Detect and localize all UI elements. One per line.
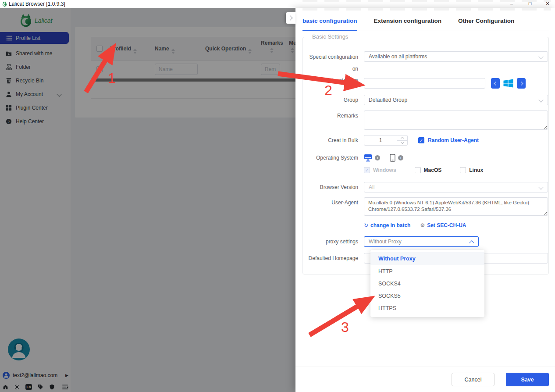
field-user-agent: User-Agent Mozilla/5.0 (Windows NT 6.1) …: [302, 197, 548, 217]
basic-settings-legend: Basic Settings: [309, 33, 352, 40]
save-button[interactable]: Save: [506, 373, 549, 386]
profile-config-panel: basic configuration Extension configurat…: [295, 8, 555, 392]
platform-select[interactable]: Available on all platforms: [364, 51, 548, 62]
close-button[interactable]: ✕: [541, 0, 554, 8]
refresh-icon: ↻: [364, 222, 368, 228]
field-browser-version: Browser Version All: [302, 182, 548, 192]
stepper-down-button[interactable]: [397, 141, 407, 146]
field-label: Group: [302, 95, 364, 105]
remarks-textarea[interactable]: [364, 110, 548, 130]
app-logo-icon: [2, 1, 7, 7]
proxy-option-https[interactable]: HTTPS: [370, 302, 484, 314]
proxy-option-without-proxy[interactable]: Without Proxy: [370, 252, 484, 265]
os-windows-label: Windows: [373, 167, 396, 174]
chevron-down-icon: [538, 54, 543, 59]
stepper-buttons: [397, 135, 407, 145]
change-in-batch-link[interactable]: ↻ change in batch: [364, 222, 410, 228]
set-sec-ch-ua-link[interactable]: ⚙ Set SEC-CH-UA: [420, 222, 466, 228]
field-label: proxy settings: [302, 236, 364, 247]
title-bar: Lalicat Browser [1.0.9.3] – □ ✕: [0, 0, 555, 8]
proxy-option-socks4[interactable]: SOCKS4: [370, 278, 484, 290]
windows-logo-icon: [502, 78, 514, 89]
bulk-count-input[interactable]: [364, 137, 397, 144]
random-user-agent-label: Random User-Agent: [428, 137, 479, 143]
cancel-button[interactable]: Cancel: [452, 373, 495, 386]
os-macos-checkbox[interactable]: [415, 167, 421, 173]
tab-other-configuration[interactable]: Other Configuration: [458, 18, 514, 31]
proxy-select[interactable]: Without Proxy: [364, 236, 479, 247]
user-agent-textarea[interactable]: Mozilla/5.0 (Windows NT 6.1) AppleWebKit…: [364, 197, 548, 216]
random-user-agent-checkbox[interactable]: ✓: [418, 137, 424, 143]
field-label: User-Agent: [302, 197, 364, 217]
field-remarks: Remarks: [302, 110, 548, 131]
chevron-down-icon: [538, 185, 543, 189]
os-linux-checkbox[interactable]: [460, 167, 466, 173]
field-create-in-bulk: Creat in Bulk ✓ Random User-Agent: [302, 135, 548, 146]
group-select[interactable]: Defaulted Group: [364, 95, 548, 105]
browser-version-select[interactable]: All: [364, 182, 548, 192]
chevron-down-icon: [538, 97, 543, 102]
field-name: Name: [302, 78, 548, 89]
os-next-button[interactable]: [517, 78, 526, 89]
app-title: Lalicat Browser [1.0.9.3]: [9, 1, 65, 7]
tab-basic-configuration[interactable]: basic configuration: [302, 18, 357, 31]
field-proxy-settings: proxy settings Without Proxy: [302, 236, 548, 247]
field-operating-system: Operating System i i: [302, 153, 548, 163]
field-label: Name: [302, 78, 364, 89]
proxy-option-socks5[interactable]: SOCKS5: [370, 290, 484, 302]
user-agent-actions: ↻ change in batch ⚙ Set SEC-CH-UA: [302, 221, 548, 229]
field-label: Defaulted Homepage: [302, 253, 364, 264]
gear-icon: ⚙: [420, 222, 425, 228]
modal-dim-overlay[interactable]: [0, 8, 295, 392]
field-label: Creat in Bulk: [302, 135, 364, 146]
bulk-count-stepper: [364, 135, 408, 146]
field-group: Group Defaulted Group: [302, 95, 548, 105]
os-prev-button[interactable]: [491, 78, 500, 89]
tab-extension-configuration[interactable]: Extension configuration: [374, 18, 442, 31]
chevron-right-icon: [288, 15, 292, 20]
os-macos-label: MacOS: [424, 167, 442, 174]
os-linux-label: Linux: [469, 167, 483, 174]
field-label: Remarks: [302, 110, 364, 131]
config-tabs: basic configuration Extension configurat…: [302, 18, 549, 31]
name-input[interactable]: [364, 78, 485, 89]
os-windows-checkbox[interactable]: ✓: [364, 167, 370, 173]
info-icon[interactable]: i: [375, 155, 380, 160]
app-window: Lalicat Browser [1.0.9.3] – □ ✕ Lalicat: [0, 0, 555, 392]
minimize-button[interactable]: –: [505, 0, 518, 8]
proxy-option-http[interactable]: HTTP: [370, 265, 484, 278]
field-label: Browser Version: [302, 182, 364, 192]
panel-collapse-handle[interactable]: [286, 12, 295, 24]
proxy-dropdown: Without Proxy HTTP SOCKS4 SOCKS5 HTTPS: [370, 250, 484, 317]
panel-footer: Cancel Save: [295, 367, 555, 392]
field-label: Operating System: [302, 153, 364, 163]
mobile-os-icon[interactable]: [390, 154, 395, 162]
field-os-options: ✓ Windows MacOS Linux: [302, 166, 548, 175]
desktop-os-icon[interactable]: [364, 154, 372, 162]
chevron-up-icon: [469, 240, 474, 245]
maximize-button[interactable]: □: [523, 0, 537, 8]
info-icon[interactable]: i: [398, 155, 403, 160]
